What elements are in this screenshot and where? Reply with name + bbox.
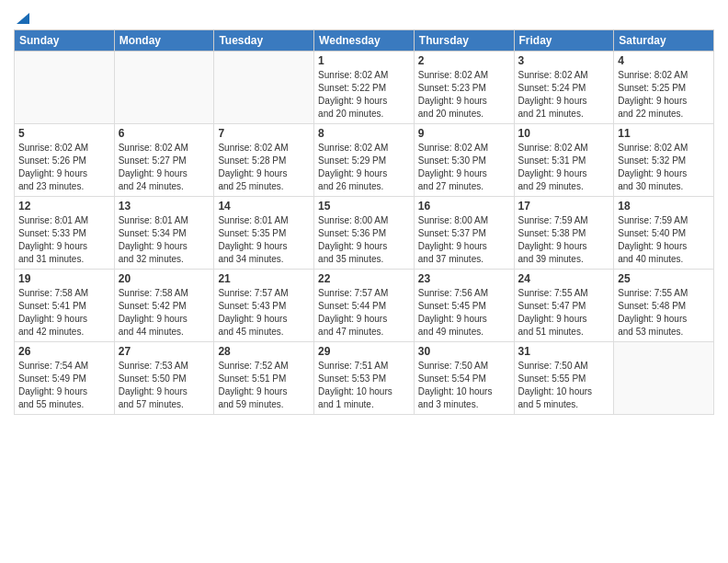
weekday-wednesday: Wednesday xyxy=(314,30,415,52)
day-details: Sunrise: 7:50 AMSunset: 5:54 PMDaylight:… xyxy=(418,360,510,411)
day-details: Sunrise: 7:58 AMSunset: 5:42 PMDaylight:… xyxy=(119,287,210,339)
day-details: Sunrise: 8:01 AMSunset: 5:33 PMDaylight:… xyxy=(18,214,110,266)
day-number: 16 xyxy=(418,200,510,213)
day-details: Sunrise: 8:02 AMSunset: 5:24 PMDaylight:… xyxy=(518,69,610,121)
day-details: Sunrise: 7:50 AMSunset: 5:55 PMDaylight:… xyxy=(518,360,610,411)
calendar-week-row: 19Sunrise: 7:58 AMSunset: 5:41 PMDayligh… xyxy=(15,270,714,342)
calendar-day-16: 16Sunrise: 8:00 AMSunset: 5:37 PMDayligh… xyxy=(414,197,514,270)
svg-marker-0 xyxy=(17,13,29,24)
calendar-day-20: 20Sunrise: 7:58 AMSunset: 5:42 PMDayligh… xyxy=(114,270,214,342)
day-number: 5 xyxy=(18,127,110,140)
day-number: 12 xyxy=(18,200,110,213)
calendar-day-22: 22Sunrise: 7:57 AMSunset: 5:44 PMDayligh… xyxy=(314,270,415,342)
day-details: Sunrise: 8:02 AMSunset: 5:30 PMDaylight:… xyxy=(418,142,510,193)
weekday-saturday: Saturday xyxy=(614,30,714,52)
day-details: Sunrise: 7:59 AMSunset: 5:38 PMDaylight:… xyxy=(518,214,610,266)
day-number: 22 xyxy=(318,272,410,285)
day-number: 25 xyxy=(618,272,710,285)
calendar-empty-cell xyxy=(614,342,714,415)
calendar-day-5: 5Sunrise: 8:02 AMSunset: 5:26 PMDaylight… xyxy=(15,124,115,197)
calendar-day-7: 7Sunrise: 8:02 AMSunset: 5:28 PMDaylight… xyxy=(214,124,314,197)
day-number: 3 xyxy=(518,54,610,67)
day-number: 9 xyxy=(418,127,510,140)
calendar-day-13: 13Sunrise: 8:01 AMSunset: 5:34 PMDayligh… xyxy=(114,197,214,270)
day-number: 23 xyxy=(418,272,510,285)
day-number: 6 xyxy=(119,127,210,140)
calendar-day-9: 9Sunrise: 8:02 AMSunset: 5:30 PMDaylight… xyxy=(414,124,514,197)
calendar-week-row: 5Sunrise: 8:02 AMSunset: 5:26 PMDaylight… xyxy=(15,124,714,197)
day-details: Sunrise: 8:02 AMSunset: 5:26 PMDaylight:… xyxy=(18,142,110,193)
calendar-day-28: 28Sunrise: 7:52 AMSunset: 5:51 PMDayligh… xyxy=(214,342,314,415)
calendar-day-31: 31Sunrise: 7:50 AMSunset: 5:55 PMDayligh… xyxy=(514,342,614,415)
day-number: 1 xyxy=(318,54,410,67)
calendar-day-25: 25Sunrise: 7:55 AMSunset: 5:48 PMDayligh… xyxy=(614,270,714,342)
day-details: Sunrise: 8:01 AMSunset: 5:34 PMDaylight:… xyxy=(119,214,210,266)
day-details: Sunrise: 7:58 AMSunset: 5:41 PMDaylight:… xyxy=(18,287,110,339)
calendar-week-row: 26Sunrise: 7:54 AMSunset: 5:49 PMDayligh… xyxy=(15,342,714,415)
day-details: Sunrise: 8:02 AMSunset: 5:29 PMDaylight:… xyxy=(318,142,410,193)
day-number: 29 xyxy=(318,345,410,358)
day-details: Sunrise: 8:02 AMSunset: 5:27 PMDaylight:… xyxy=(119,142,210,193)
day-details: Sunrise: 7:59 AMSunset: 5:40 PMDaylight:… xyxy=(618,214,710,266)
weekday-header-row: SundayMondayTuesdayWednesdayThursdayFrid… xyxy=(15,30,714,52)
day-details: Sunrise: 7:55 AMSunset: 5:48 PMDaylight:… xyxy=(618,287,710,339)
day-number: 15 xyxy=(318,200,410,213)
weekday-monday: Monday xyxy=(114,30,214,52)
day-number: 31 xyxy=(518,345,610,358)
day-details: Sunrise: 8:02 AMSunset: 5:31 PMDaylight:… xyxy=(518,142,610,193)
header xyxy=(14,9,714,24)
day-details: Sunrise: 7:54 AMSunset: 5:49 PMDaylight:… xyxy=(18,360,110,411)
calendar-empty-cell xyxy=(15,52,115,124)
weekday-sunday: Sunday xyxy=(15,30,115,52)
day-details: Sunrise: 7:52 AMSunset: 5:51 PMDaylight:… xyxy=(218,360,310,411)
calendar-day-10: 10Sunrise: 8:02 AMSunset: 5:31 PMDayligh… xyxy=(514,124,614,197)
calendar-day-4: 4Sunrise: 8:02 AMSunset: 5:25 PMDaylight… xyxy=(614,52,714,124)
page: SundayMondayTuesdayWednesdayThursdayFrid… xyxy=(0,0,728,563)
day-number: 11 xyxy=(618,127,710,140)
day-number: 30 xyxy=(418,345,510,358)
day-number: 7 xyxy=(218,127,310,140)
weekday-tuesday: Tuesday xyxy=(214,30,314,52)
calendar-day-12: 12Sunrise: 8:01 AMSunset: 5:33 PMDayligh… xyxy=(15,197,115,270)
day-details: Sunrise: 8:02 AMSunset: 5:23 PMDaylight:… xyxy=(418,69,510,121)
day-number: 17 xyxy=(518,200,610,213)
day-number: 13 xyxy=(119,200,210,213)
calendar-day-26: 26Sunrise: 7:54 AMSunset: 5:49 PMDayligh… xyxy=(15,342,115,415)
calendar-empty-cell xyxy=(214,52,314,124)
day-number: 20 xyxy=(119,272,210,285)
calendar-day-3: 3Sunrise: 8:02 AMSunset: 5:24 PMDaylight… xyxy=(514,52,614,124)
calendar-day-18: 18Sunrise: 7:59 AMSunset: 5:40 PMDayligh… xyxy=(614,197,714,270)
day-details: Sunrise: 8:00 AMSunset: 5:37 PMDaylight:… xyxy=(418,214,510,266)
calendar-table: SundayMondayTuesdayWednesdayThursdayFrid… xyxy=(14,29,714,415)
calendar-day-27: 27Sunrise: 7:53 AMSunset: 5:50 PMDayligh… xyxy=(114,342,214,415)
calendar-day-29: 29Sunrise: 7:51 AMSunset: 5:53 PMDayligh… xyxy=(314,342,415,415)
calendar-day-1: 1Sunrise: 8:02 AMSunset: 5:22 PMDaylight… xyxy=(314,52,415,124)
calendar-day-24: 24Sunrise: 7:55 AMSunset: 5:47 PMDayligh… xyxy=(514,270,614,342)
day-number: 4 xyxy=(618,54,710,67)
calendar-day-19: 19Sunrise: 7:58 AMSunset: 5:41 PMDayligh… xyxy=(15,270,115,342)
day-number: 28 xyxy=(218,345,310,358)
day-details: Sunrise: 7:55 AMSunset: 5:47 PMDaylight:… xyxy=(518,287,610,339)
calendar-day-15: 15Sunrise: 8:00 AMSunset: 5:36 PMDayligh… xyxy=(314,197,415,270)
day-details: Sunrise: 8:02 AMSunset: 5:25 PMDaylight:… xyxy=(618,69,710,121)
calendar-empty-cell xyxy=(114,52,214,124)
calendar-day-6: 6Sunrise: 8:02 AMSunset: 5:27 PMDaylight… xyxy=(114,124,214,197)
day-details: Sunrise: 8:00 AMSunset: 5:36 PMDaylight:… xyxy=(318,214,410,266)
calendar-day-14: 14Sunrise: 8:01 AMSunset: 5:35 PMDayligh… xyxy=(214,197,314,270)
day-details: Sunrise: 7:53 AMSunset: 5:50 PMDaylight:… xyxy=(119,360,210,411)
calendar-day-23: 23Sunrise: 7:56 AMSunset: 5:45 PMDayligh… xyxy=(414,270,514,342)
calendar-day-11: 11Sunrise: 8:02 AMSunset: 5:32 PMDayligh… xyxy=(614,124,714,197)
calendar-day-30: 30Sunrise: 7:50 AMSunset: 5:54 PMDayligh… xyxy=(414,342,514,415)
day-details: Sunrise: 7:57 AMSunset: 5:44 PMDaylight:… xyxy=(318,287,410,339)
day-number: 8 xyxy=(318,127,410,140)
weekday-thursday: Thursday xyxy=(414,30,514,52)
day-details: Sunrise: 8:01 AMSunset: 5:35 PMDaylight:… xyxy=(218,214,310,266)
day-number: 27 xyxy=(119,345,210,358)
day-details: Sunrise: 7:56 AMSunset: 5:45 PMDaylight:… xyxy=(418,287,510,339)
day-number: 21 xyxy=(218,272,310,285)
day-details: Sunrise: 7:51 AMSunset: 5:53 PMDaylight:… xyxy=(318,360,410,411)
calendar-day-2: 2Sunrise: 8:02 AMSunset: 5:23 PMDaylight… xyxy=(414,52,514,124)
weekday-friday: Friday xyxy=(514,30,614,52)
day-details: Sunrise: 8:02 AMSunset: 5:28 PMDaylight:… xyxy=(218,142,310,193)
day-number: 18 xyxy=(618,200,710,213)
